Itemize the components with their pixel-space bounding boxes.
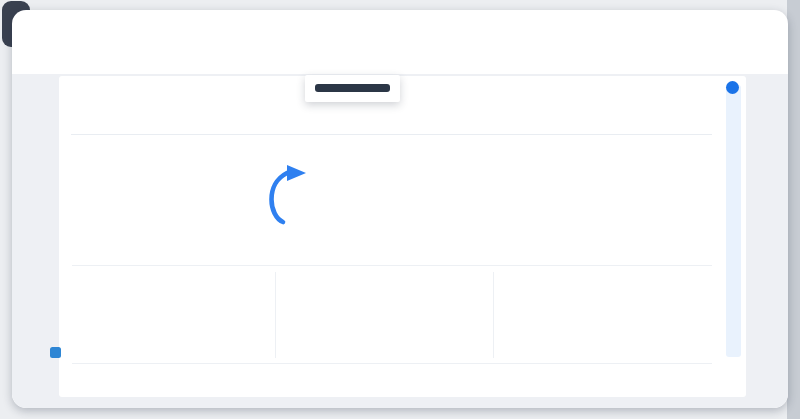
content-area <box>12 74 788 408</box>
usage-panel <box>285 268 471 292</box>
sync-icon <box>285 276 295 286</box>
divider <box>275 272 276 358</box>
open-pos-button[interactable] <box>315 84 390 92</box>
wifi-icon <box>510 276 520 286</box>
at-panel <box>510 268 710 292</box>
divider <box>493 272 494 358</box>
at-panel-header <box>510 276 710 286</box>
pos-dropdown-menu <box>305 75 400 102</box>
gear-icon <box>72 276 82 286</box>
divider <box>72 363 712 364</box>
side-panel-toggle-button[interactable] <box>726 81 739 94</box>
collapsed-side-panel <box>726 85 741 357</box>
chat-launcher-button[interactable] <box>50 347 61 358</box>
app-window <box>12 10 788 408</box>
desktop-background-band <box>787 0 800 419</box>
config-panel <box>72 268 265 291</box>
config-panel-header <box>72 276 265 286</box>
usage-panel-header <box>285 276 471 286</box>
divider <box>72 265 712 266</box>
dashboard-card <box>59 76 746 397</box>
dashboard-tabs <box>71 119 712 135</box>
treasury-chart <box>85 163 660 251</box>
